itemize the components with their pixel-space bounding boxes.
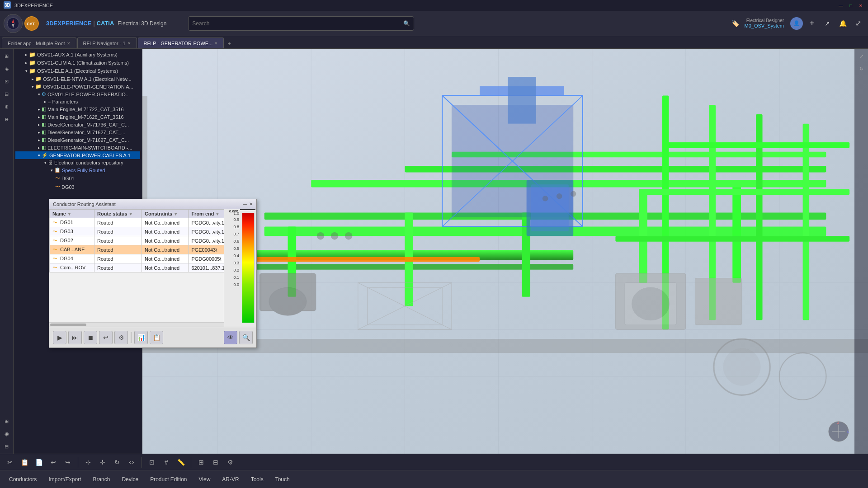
tree-item-dg01[interactable]: 〜 DG01 [15, 174, 140, 183]
tree-item-params[interactable]: ▸ ≡ Parameters [15, 98, 140, 105]
btm-tool-redo[interactable]: ↪ [61, 456, 74, 469]
tree-item-engine2[interactable]: ▸ ◧ Main Engine_M-71628_CAT_3516 [15, 113, 140, 121]
panel-view-btn-2[interactable]: 🔍 [239, 331, 253, 344]
tab-rflp-navigator-close[interactable]: ✕ [127, 41, 131, 46]
panel-resize-handle-right[interactable] [255, 199, 257, 347]
tree-item-specs[interactable]: ▾ 📋 Specs Fully Routed [15, 166, 140, 174]
menu-tools[interactable]: Tools [245, 474, 269, 484]
btm-tool-copy[interactable]: 📋 [18, 456, 31, 469]
scrollbar-thumb[interactable] [50, 324, 86, 326]
btm-tool-paste[interactable]: 📄 [33, 456, 45, 469]
share-button[interactable]: ↗ [821, 17, 834, 30]
tree-toggle-electric[interactable]: ▸ [36, 145, 42, 150]
tree-item-ele[interactable]: ▾ 📁 OSV01-ELE A.1 (Electrical Systems) [15, 67, 140, 75]
col-name[interactable]: Name ▼ [50, 210, 94, 218]
tab-folder-app[interactable]: Folder app - Multiple Root ✕ [2, 38, 76, 48]
tree-toggle-diesel1[interactable]: ▸ [36, 122, 42, 127]
btm-tool-move[interactable]: ✛ [96, 456, 109, 469]
right-tool-2[interactable]: ↻ [856, 63, 867, 74]
tree-toggle-repo[interactable]: ▾ [42, 160, 48, 165]
panel-view-btn-1[interactable]: 👁 [224, 331, 237, 344]
btm-tool-undo[interactable]: ↩ [47, 456, 60, 469]
col-constraints[interactable]: Constraints ▼ [142, 210, 189, 218]
btm-tool-rotate[interactable]: ↻ [111, 456, 123, 469]
menu-touch[interactable]: Touch [270, 474, 295, 484]
tree-item-power-gen[interactable]: ▾ ⚙ OSV01-ELE-POWER-GENERATIO... [15, 90, 140, 98]
panel-tool-chart[interactable]: 📊 [134, 331, 148, 344]
search-icon[interactable]: 🔍 [403, 20, 410, 27]
tab-add-button[interactable]: + [225, 39, 234, 48]
btm-tool-view2[interactable]: ⊟ [209, 456, 222, 469]
tab-folder-app-close[interactable]: ✕ [67, 41, 71, 46]
close-button[interactable]: ✕ [857, 2, 864, 9]
btm-tool-cut[interactable]: ✂ [4, 456, 16, 469]
mini-tool-1[interactable]: ⊞ [1, 51, 12, 61]
tree-toggle-ntw[interactable]: ▸ [30, 76, 35, 82]
menu-ar-vr[interactable]: AR-VR [217, 474, 244, 484]
tree-toggle-diesel3[interactable]: ▸ [36, 137, 42, 143]
tree-item-ntw[interactable]: ▸ 📁 OSV01-ELE-NTW A.1 (Electrical Netw..… [15, 75, 140, 83]
menu-product-edition[interactable]: Product Edition [145, 474, 192, 484]
mini-tool-3[interactable]: ⊡ [1, 76, 12, 87]
tree-item-engine1[interactable]: ▸ ◧ Main Engine_M-71722_CAT_3516 [15, 105, 140, 113]
tree-toggle-aux[interactable]: ▸ [24, 52, 29, 57]
tree-item-diesel3[interactable]: ▸ ◧ DieselGenerator_M-71627_CAT_C... [15, 136, 140, 144]
mini-tool-6[interactable]: ⊖ [1, 114, 12, 125]
horizontal-scrollbar[interactable] [49, 322, 224, 327]
compass-icon[interactable] [4, 14, 23, 33]
menu-view[interactable]: View [193, 474, 216, 484]
right-tool-1[interactable]: ⤢ [856, 51, 867, 61]
maximize-button[interactable]: □ [847, 2, 854, 9]
btm-tool-select[interactable]: ⊹ [82, 456, 94, 469]
tree-item-diesel2[interactable]: ▸ ◧ DieselGenerator_M-71627_CAT_... [15, 128, 140, 136]
panel-resize-handle-bottom[interactable] [49, 347, 256, 348]
tree-toggle-ele[interactable]: ▾ [24, 68, 29, 74]
expand-button[interactable]: ⤢ [852, 17, 864, 30]
tree-item-dg03[interactable]: 〜 DG03 [15, 183, 140, 191]
panel-close-btn[interactable]: ✕ [249, 202, 253, 206]
panel-tool-undo[interactable]: ↩ [99, 331, 113, 344]
tree-toggle-params[interactable]: ▸ [42, 99, 48, 104]
tree-item-electric[interactable]: ▸ ◧ ELECTRIC-MAIN-SWITCHBOARD -... [15, 144, 140, 151]
search-input[interactable] [192, 20, 403, 27]
minimize-button[interactable]: — [837, 2, 844, 9]
tag-button[interactable]: 🏷️ [729, 17, 742, 30]
panel-tool-step[interactable]: ⏭ [68, 331, 82, 344]
tree-toggle-clim[interactable]: ▸ [24, 60, 29, 66]
tree-toggle-engine1[interactable]: ▸ [36, 107, 42, 112]
menu-branch[interactable]: Branch [87, 474, 115, 484]
mini-tool-9[interactable]: ⊟ [1, 441, 12, 452]
btm-tool-scale[interactable]: ⇔ [125, 456, 138, 469]
col-route-status[interactable]: Route status ▼ [94, 210, 142, 218]
tab-rflp-generator-close[interactable]: ✕ [214, 41, 218, 46]
mini-tool-2[interactable]: ◈ [1, 63, 12, 74]
btm-tool-view1[interactable]: ⊞ [195, 456, 208, 469]
tree-item-repo[interactable]: ▾ 🗄 Electrical conductors repository [15, 159, 140, 166]
mini-tool-8[interactable]: ◉ [1, 428, 12, 439]
menu-device[interactable]: Device [116, 474, 144, 484]
col-from-filter[interactable]: ▼ [216, 212, 220, 216]
menu-import-export[interactable]: Import/Export [43, 474, 86, 484]
tree-item-diesel1[interactable]: ▸ ◧ DieselGenerator_M-71736_CAT_C... [15, 121, 140, 128]
add-button[interactable]: + [806, 17, 818, 30]
tab-rflp-navigator[interactable]: RFLP Navigator - 1 ✕ [77, 38, 137, 48]
btm-tool-snap[interactable]: ⊡ [146, 456, 158, 469]
col-name-filter[interactable]: ▼ [67, 212, 71, 216]
tree-toggle-engine2[interactable]: ▸ [36, 114, 42, 120]
panel-minimize-btn[interactable]: — [243, 202, 247, 206]
btm-tool-settings[interactable]: ⚙ [224, 456, 236, 469]
tree-toggle-specs[interactable]: ▾ [49, 168, 54, 173]
user-avatar[interactable]: 👤 [790, 17, 803, 30]
tree-item-clim[interactable]: ▸ 📁 OSV01-CLIM A.1 (Climatization System… [15, 59, 140, 67]
panel-tool-stop[interactable]: ⏹ [84, 331, 97, 344]
menu-conductors[interactable]: Conductors [4, 474, 42, 484]
mini-tool-7[interactable]: ⊞ [1, 416, 12, 427]
panel-tool-run[interactable]: ▶ [53, 331, 66, 344]
tab-rflp-generator[interactable]: RFLP - GENERATOR-POWE... ✕ [138, 38, 224, 48]
tree-toggle-diesel2[interactable]: ▸ [36, 130, 42, 135]
tree-toggle-power-gen[interactable]: ▾ [36, 92, 42, 97]
mini-tool-5[interactable]: ⊕ [1, 101, 12, 112]
tree-item-cables[interactable]: ▾ ⚡ GENERATOR-POWER-CABLES A.1 [15, 151, 140, 159]
btm-tool-measure[interactable]: 📏 [175, 456, 187, 469]
panel-tool-report[interactable]: 📋 [150, 331, 163, 344]
